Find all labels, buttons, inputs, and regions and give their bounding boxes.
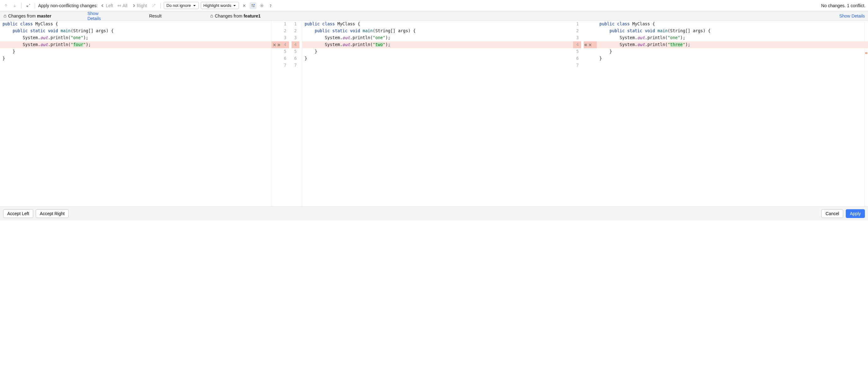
apply-left-chip[interactable]: Left bbox=[100, 2, 114, 9]
reject-icon[interactable] bbox=[273, 43, 276, 47]
gutter-marker-row bbox=[584, 62, 597, 69]
right-markers bbox=[584, 21, 597, 206]
collapse-button[interactable] bbox=[241, 2, 248, 9]
svg-point-0 bbox=[254, 4, 255, 5]
separator bbox=[160, 3, 161, 8]
accept-left-button[interactable]: Accept Left bbox=[3, 209, 33, 218]
gutter-line-number: 6 bbox=[291, 55, 299, 62]
gutter-line-number: 1 bbox=[573, 21, 581, 28]
code-line[interactable]: } bbox=[0, 48, 271, 55]
code-line[interactable]: System.out.println("one"); bbox=[597, 34, 868, 41]
gutter-line-number: 2 bbox=[281, 28, 289, 34]
gutter-line-number: 3 bbox=[281, 34, 289, 41]
pane-headers: Changes from master Show Details Result … bbox=[0, 11, 868, 21]
accept-left-icon[interactable] bbox=[584, 43, 588, 47]
gutter-line-number: 2 bbox=[573, 28, 581, 34]
accept-right-icon[interactable] bbox=[277, 43, 280, 47]
ignore-select-label: Do not ignore bbox=[166, 3, 191, 8]
code-line[interactable]: } bbox=[302, 48, 574, 55]
code-line[interactable]: System.out.println("three"); bbox=[597, 41, 868, 48]
svg-point-1 bbox=[261, 5, 262, 6]
left-show-details-link[interactable]: Show Details bbox=[87, 11, 101, 21]
right-header-branch: feature1 bbox=[244, 13, 260, 19]
prev-change-button[interactable] bbox=[2, 2, 9, 9]
gutter-marker-row bbox=[272, 55, 281, 62]
status-label: No changes. 1 conflict. bbox=[821, 3, 866, 8]
jump-source-button[interactable] bbox=[25, 2, 32, 9]
footer: Accept Left Accept Right Cancel Apply bbox=[0, 206, 868, 220]
right-show-details-link[interactable]: Show Details bbox=[839, 13, 865, 19]
code-line[interactable]: } bbox=[597, 48, 868, 55]
gutter-line-number: 5 bbox=[573, 48, 581, 55]
gutter-line-number: 4 bbox=[291, 41, 299, 48]
highlight-select-label: Highlight words bbox=[204, 3, 231, 8]
settings-button[interactable] bbox=[258, 2, 265, 9]
apply-all-chip[interactable]: All bbox=[116, 2, 129, 9]
code-line[interactable]: public static void main(String[] args) { bbox=[302, 28, 574, 34]
next-change-button[interactable] bbox=[11, 2, 18, 9]
gutter-line-number: 4 bbox=[573, 41, 581, 48]
code-line[interactable]: public class MyClass { bbox=[597, 21, 868, 28]
code-line[interactable]: System.out.println("one"); bbox=[302, 34, 574, 41]
middle-code-pane[interactable]: public class MyClass { public static voi… bbox=[302, 21, 574, 206]
apply-button[interactable]: Apply bbox=[846, 209, 865, 218]
gutter-line-number: 3 bbox=[573, 34, 581, 41]
gutter-marker-row bbox=[584, 21, 597, 28]
magic-resolve-button[interactable] bbox=[150, 2, 157, 9]
left-header-branch: master bbox=[37, 13, 51, 19]
gutter-line-number: 1 bbox=[281, 21, 289, 28]
gutter-line-number: 6 bbox=[281, 55, 289, 62]
help-button[interactable] bbox=[267, 2, 274, 9]
lock-icon bbox=[3, 14, 7, 18]
code-line[interactable]: public static void main(String[] args) { bbox=[0, 28, 271, 34]
code-line[interactable]: System.out.println("two"); bbox=[302, 41, 574, 48]
highlight-select[interactable]: Highlight words bbox=[201, 2, 239, 9]
stripe-conflict-marker[interactable] bbox=[865, 52, 867, 54]
code-line[interactable]: public static void main(String[] args) { bbox=[597, 28, 868, 34]
cancel-button[interactable]: Cancel bbox=[822, 209, 843, 218]
editors: public class MyClass { public static voi… bbox=[0, 21, 868, 206]
ignore-select[interactable]: Do not ignore bbox=[164, 2, 199, 9]
gutter-line-number: 2 bbox=[291, 28, 299, 34]
middle-gutter-left: 1234567 bbox=[291, 21, 302, 206]
gutter-line-number: 7 bbox=[573, 62, 581, 69]
gutter-marker-row bbox=[272, 34, 281, 41]
left-markers bbox=[272, 21, 281, 206]
code-line[interactable]: } bbox=[597, 55, 868, 62]
reject-icon[interactable] bbox=[588, 43, 592, 47]
gutter-line-number: 6 bbox=[573, 55, 581, 62]
right-code-pane[interactable]: public class MyClass { public static voi… bbox=[597, 21, 868, 206]
left-code-pane[interactable]: public class MyClass { public static voi… bbox=[0, 21, 272, 206]
apply-right-label: Right bbox=[137, 3, 147, 8]
left-header-prefix: Changes from bbox=[8, 13, 36, 19]
svg-rect-4 bbox=[211, 16, 213, 17]
gutter-line-number: 7 bbox=[291, 62, 299, 69]
middle-gutter-right: 1234567 bbox=[573, 21, 584, 206]
gutter-marker-row bbox=[584, 41, 597, 48]
separator bbox=[21, 3, 22, 8]
gutter-line-number: 5 bbox=[291, 48, 299, 55]
gutter-line-number: 7 bbox=[281, 62, 289, 69]
error-stripe[interactable] bbox=[864, 21, 868, 206]
result-header-label: Result bbox=[149, 13, 162, 19]
apply-right-chip[interactable]: Right bbox=[131, 2, 148, 9]
gutter-marker-row bbox=[272, 21, 281, 28]
sync-scroll-button[interactable] bbox=[250, 2, 256, 9]
accept-right-button[interactable]: Accept Right bbox=[36, 209, 69, 218]
gutter-marker-row bbox=[272, 48, 281, 55]
separator bbox=[35, 3, 35, 8]
svg-rect-3 bbox=[4, 16, 6, 17]
lock-icon bbox=[210, 14, 214, 18]
code-line[interactable]: public class MyClass { bbox=[302, 21, 574, 28]
gutter-marker-row bbox=[272, 28, 281, 34]
code-line[interactable]: System.out.println("one"); bbox=[0, 34, 271, 41]
code-line[interactable]: } bbox=[302, 55, 574, 62]
code-line[interactable]: System.out.println("four"); bbox=[0, 41, 271, 48]
gutter-line-number: 5 bbox=[281, 48, 289, 55]
left-pane-header: Changes from master bbox=[0, 13, 88, 19]
left-gutter: 1234567 bbox=[281, 21, 291, 206]
code-line[interactable]: public class MyClass { bbox=[0, 21, 271, 28]
right-pane-header: Changes from feature1 bbox=[207, 13, 277, 19]
code-line[interactable]: } bbox=[0, 55, 271, 62]
gutter-line-number: 4 bbox=[281, 41, 289, 48]
